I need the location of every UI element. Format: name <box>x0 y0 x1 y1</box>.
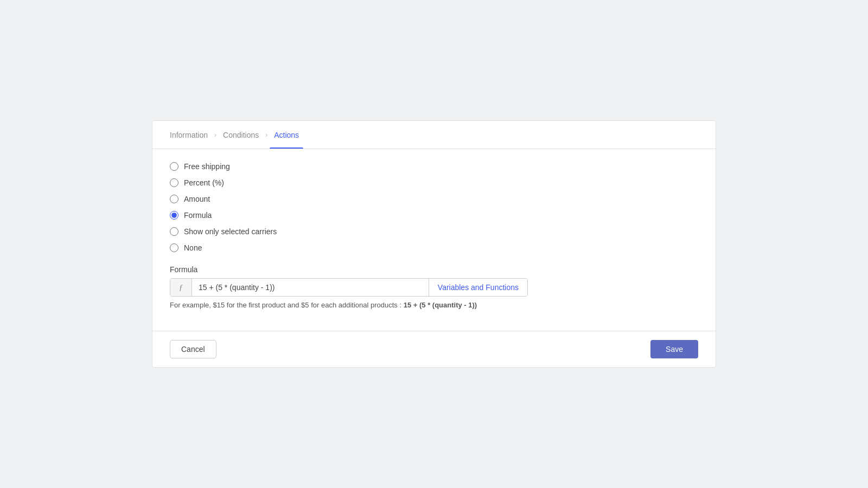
radio-option-none[interactable]: None <box>170 243 698 252</box>
formula-hint-value: 15 + (5 * (quantity - 1)) <box>404 301 477 309</box>
cancel-button[interactable]: Cancel <box>170 340 216 358</box>
radio-formula[interactable] <box>170 211 178 220</box>
radio-option-amount[interactable]: Amount <box>170 195 698 203</box>
formula-label: Formula <box>170 265 698 274</box>
chevron-icon-1: › <box>214 131 216 139</box>
formula-input-row: ƒ Variables and Functions <box>170 278 528 297</box>
radio-formula-label: Formula <box>184 211 212 220</box>
formula-section: Formula ƒ Variables and Functions For ex… <box>170 265 698 309</box>
radio-free-shipping[interactable] <box>170 162 178 171</box>
tab-information-label: Information <box>170 131 208 139</box>
variables-and-functions-button[interactable]: Variables and Functions <box>429 279 527 296</box>
radio-amount-label: Amount <box>184 195 210 203</box>
tab-conditions[interactable]: Conditions <box>219 121 263 149</box>
tab-actions[interactable]: Actions <box>270 121 303 149</box>
tab-information[interactable]: Information <box>165 121 212 149</box>
formula-hint-prefix: For example, $15 for the first product a… <box>170 301 404 309</box>
radio-show-carriers[interactable] <box>170 227 178 236</box>
radio-option-percent[interactable]: Percent (%) <box>170 178 698 187</box>
tab-conditions-label: Conditions <box>223 131 259 139</box>
radio-show-carriers-label: Show only selected carriers <box>184 227 277 236</box>
tab-actions-label: Actions <box>274 131 299 139</box>
formula-icon: ƒ <box>170 279 192 296</box>
card-body: Free shipping Percent (%) Amount Formula <box>152 149 716 331</box>
radio-group: Free shipping Percent (%) Amount Formula <box>170 162 698 252</box>
radio-percent[interactable] <box>170 178 178 187</box>
radio-none-label: None <box>184 243 202 252</box>
radio-free-shipping-label: Free shipping <box>184 162 230 171</box>
radio-option-free-shipping[interactable]: Free shipping <box>170 162 698 171</box>
tabs-header: Information › Conditions › Actions <box>152 121 716 149</box>
card-footer: Cancel Save <box>152 331 716 367</box>
main-card: Information › Conditions › Actions Free … <box>152 120 716 368</box>
formula-hint: For example, $15 for the first product a… <box>170 301 698 309</box>
save-button[interactable]: Save <box>650 340 698 358</box>
radio-percent-label: Percent (%) <box>184 178 224 187</box>
chevron-icon-2: › <box>265 131 267 139</box>
radio-none[interactable] <box>170 243 178 252</box>
radio-option-show-carriers[interactable]: Show only selected carriers <box>170 227 698 236</box>
radio-option-formula[interactable]: Formula <box>170 211 698 220</box>
formula-input[interactable] <box>192 279 429 296</box>
radio-amount[interactable] <box>170 195 178 203</box>
page-wrapper: Information › Conditions › Actions Free … <box>0 0 868 488</box>
